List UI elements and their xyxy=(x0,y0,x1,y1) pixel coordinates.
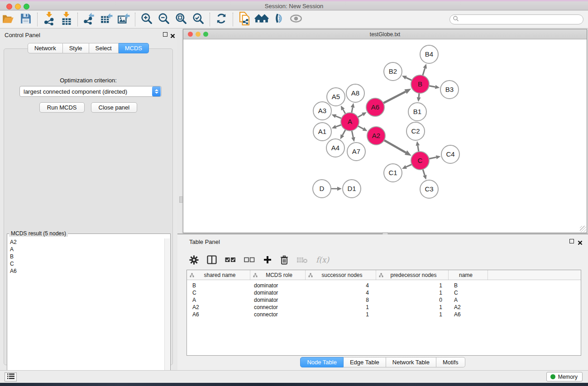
table-cell: B xyxy=(449,282,488,289)
memory-button-label: Memory xyxy=(558,374,578,380)
save-session-button[interactable] xyxy=(17,12,34,27)
svg-text:A5: A5 xyxy=(332,93,340,100)
close-panel-icon[interactable] xyxy=(170,32,175,37)
task-history-button[interactable] xyxy=(5,372,17,381)
graph-node-A4[interactable]: A4 xyxy=(326,139,344,157)
tab-select[interactable]: Select xyxy=(89,43,119,53)
deselect-all-icon[interactable] xyxy=(244,257,255,262)
graph-node-B4[interactable]: B4 xyxy=(420,45,438,63)
network-canvas[interactable]: AA1A3A5A8A4A7A6A2BB1B2B3B4CC1C2C3C4DD1 xyxy=(184,39,586,232)
graph-node-B[interactable]: B xyxy=(411,75,429,93)
home-button[interactable] xyxy=(253,12,270,27)
graph-node-A7[interactable]: A7 xyxy=(347,143,365,161)
graph-node-A6[interactable]: A6 xyxy=(366,98,384,116)
table-row[interactable]: Bdominator41B xyxy=(187,282,581,289)
add-column-icon[interactable] xyxy=(263,255,272,264)
style-button[interactable] xyxy=(270,12,287,27)
column-header-name[interactable]: name xyxy=(449,270,488,280)
svg-text:A: A xyxy=(348,118,352,125)
graph-node-B2[interactable]: B2 xyxy=(384,62,402,81)
tab-mcds[interactable]: MCDS xyxy=(119,43,149,53)
edge-A2-C xyxy=(384,140,406,152)
graph-node-C1[interactable]: C1 xyxy=(384,164,402,182)
network-window-titlebar[interactable]: testGlobe.txt xyxy=(183,29,587,39)
window-resize-grip[interactable] xyxy=(580,226,586,232)
svg-text:B3: B3 xyxy=(445,86,454,93)
zoom-fit-button[interactable] xyxy=(172,12,190,27)
graph-node-A3[interactable]: A3 xyxy=(313,102,331,120)
select-all-icon[interactable] xyxy=(225,257,236,262)
node-table[interactable]: shared nameMCDS rolesuccessor nodesprede… xyxy=(186,270,581,356)
zoom-in-button[interactable] xyxy=(138,12,155,27)
toolbar-separator xyxy=(210,13,210,26)
zoom-selected-button[interactable] xyxy=(190,12,207,27)
vertical-splitter-handle[interactable] xyxy=(179,196,183,203)
export-network-icon xyxy=(83,12,96,27)
close-table-panel-icon[interactable] xyxy=(578,239,583,244)
float-panel-icon[interactable] xyxy=(163,32,167,37)
table-row[interactable]: Cdominator41C xyxy=(187,289,581,296)
toolbar-search[interactable] xyxy=(449,14,583,24)
graph-node-C[interactable]: C xyxy=(411,152,429,170)
graph-node-D1[interactable]: D1 xyxy=(343,180,361,198)
memory-button[interactable]: Memory xyxy=(546,372,583,381)
column-header-shared-name[interactable]: shared name xyxy=(187,270,250,280)
export-table-icon xyxy=(100,12,113,27)
mcds-result-item[interactable]: A2 xyxy=(8,238,164,246)
graph-node-A[interactable]: A xyxy=(341,113,359,131)
import-network-button[interactable] xyxy=(40,12,57,27)
delete-column-icon[interactable] xyxy=(280,255,288,265)
graph-node-A2[interactable]: A2 xyxy=(367,127,385,145)
table-panel: Table Panel f(x) shared nameMCDS rolesuc… xyxy=(177,234,588,370)
search-input[interactable] xyxy=(459,15,583,24)
tab-style[interactable]: Style xyxy=(63,43,89,53)
graph-node-C3[interactable]: C3 xyxy=(420,180,438,198)
column-header-MCDS-role[interactable]: MCDS role xyxy=(250,270,306,280)
column-header-successor-nodes[interactable]: successor nodes xyxy=(306,270,376,280)
mcds-result-scrollbar[interactable] xyxy=(164,238,170,386)
close-panel-button[interactable]: Close panel xyxy=(91,102,138,113)
table-row[interactable]: A2connector11A2 xyxy=(187,304,581,311)
run-mcds-button[interactable]: Run MCDS xyxy=(39,102,85,113)
criterion-select[interactable]: largest connected component (directed) xyxy=(19,86,162,97)
zoom-out-button[interactable] xyxy=(155,12,172,27)
tab-network[interactable]: Network xyxy=(28,43,63,53)
refresh-button[interactable] xyxy=(213,12,230,27)
hide-panel-button[interactable] xyxy=(287,12,305,27)
column-layout-icon[interactable] xyxy=(207,255,217,264)
table-cell: C xyxy=(449,290,488,296)
column-header-predecessor-nodes[interactable]: predecessor nodes xyxy=(376,270,449,280)
graph-node-A5[interactable]: A5 xyxy=(327,88,345,106)
mcds-result-list[interactable]: A2ABCA6 xyxy=(8,238,164,386)
export-table-button[interactable] xyxy=(98,12,115,27)
graph-node-A1[interactable]: A1 xyxy=(313,123,331,141)
float-table-panel-icon[interactable] xyxy=(569,239,574,243)
mcds-result-item[interactable]: A xyxy=(8,246,164,253)
graph-node-B3[interactable]: B3 xyxy=(440,81,459,99)
open-file-button[interactable] xyxy=(0,12,17,27)
import-table-button[interactable] xyxy=(57,12,75,27)
gear-icon[interactable] xyxy=(189,255,199,265)
export-network-button[interactable] xyxy=(81,12,98,27)
mcds-result-item[interactable]: C xyxy=(8,260,164,267)
graph-node-A8[interactable]: A8 xyxy=(346,84,364,102)
svg-text:B: B xyxy=(418,80,422,88)
table-row[interactable]: A6connector11A6 xyxy=(187,311,581,318)
mcds-result-item[interactable]: A6 xyxy=(8,267,164,275)
mcds-result-item[interactable]: B xyxy=(8,253,164,260)
column-header-label: successor nodes xyxy=(313,272,376,278)
graph-node-C2[interactable]: C2 xyxy=(406,122,425,140)
svg-text:A4: A4 xyxy=(331,144,339,152)
tab-motifs[interactable]: Motifs xyxy=(436,357,465,367)
tab-edge-table[interactable]: Edge Table xyxy=(344,357,386,367)
graph-node-C4[interactable]: C4 xyxy=(441,145,459,163)
export-image-button[interactable] xyxy=(115,12,132,27)
tab-network-table[interactable]: Network Table xyxy=(386,357,436,367)
table-row[interactable]: Adominator80A xyxy=(187,296,581,304)
svg-text:B2: B2 xyxy=(389,67,397,75)
graph-node-B1[interactable]: B1 xyxy=(408,103,426,121)
network-from-clipboard-button[interactable] xyxy=(236,12,253,27)
graph-node-D[interactable]: D xyxy=(313,180,331,198)
arrowhead-icon xyxy=(435,85,440,89)
tab-node-table[interactable]: Node Table xyxy=(300,357,344,367)
